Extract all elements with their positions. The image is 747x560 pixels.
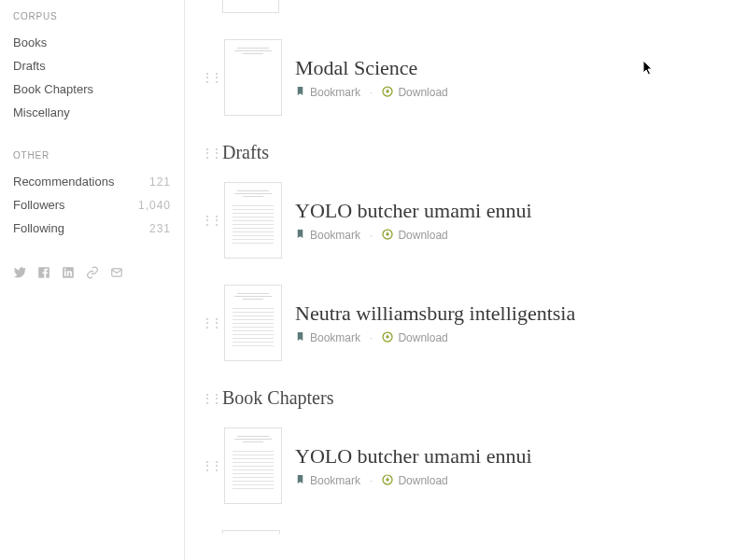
item-actions: Bookmark · Download [295, 229, 738, 243]
bookmark-action[interactable]: Bookmark [295, 86, 360, 99]
drag-handle-icon[interactable]: ⋮⋮ [202, 316, 211, 329]
thumbnail-partial [222, 530, 280, 534]
separator-dot: · [370, 86, 373, 99]
sidebar-item-following[interactable]: Following 231 [13, 217, 171, 240]
count-badge: 231 [149, 222, 171, 235]
item-title[interactable]: Neutra williamsburg intelligentsia [295, 301, 738, 326]
download-label: Download [398, 86, 447, 99]
sidebar: CORPUS Books Drafts Book Chapters Miscel… [0, 0, 185, 560]
twitter-icon[interactable] [13, 266, 26, 279]
link-icon[interactable] [86, 266, 99, 279]
sidebar-item-miscellany[interactable]: Miscellany [13, 101, 171, 124]
sidebar-item-label: Following [13, 221, 64, 235]
download-action[interactable]: Download [382, 331, 447, 345]
drafts-section-head: ⋮⋮ Drafts [202, 142, 738, 163]
facebook-icon[interactable] [37, 266, 50, 279]
item-row: ⋮⋮ YOLO butcher umami ennui Bookmark · D… [202, 427, 738, 504]
sidebar-item-label: Recommendations [13, 175, 114, 189]
sidebar-item-followers[interactable]: Followers 1,040 [13, 193, 171, 217]
item-row: ⋮⋮ YOLO butcher umami ennui Bookmark · D… [202, 182, 738, 259]
separator-dot: · [370, 474, 373, 487]
bookmark-icon [295, 331, 305, 344]
separator-dot: · [370, 229, 373, 242]
download-icon [382, 474, 393, 488]
linkedin-icon[interactable] [62, 266, 75, 279]
item-row: ⋮⋮ Neutra williamsburg intelligentsia Bo… [202, 285, 738, 361]
main-content: ⋮⋮ Modal Science Bookmark · Download [185, 0, 747, 560]
bookmark-action[interactable]: Bookmark [295, 229, 360, 242]
count-badge: 1,040 [138, 199, 171, 212]
item-title[interactable]: YOLO butcher umami ennui [295, 444, 738, 469]
section-title: Drafts [222, 142, 269, 163]
download-icon [382, 331, 393, 345]
download-label: Download [398, 331, 447, 344]
bookmark-action[interactable]: Bookmark [295, 474, 360, 487]
sidebar-corpus-section: CORPUS Books Drafts Book Chapters Miscel… [13, 11, 171, 124]
download-icon [382, 86, 393, 100]
item-title[interactable]: YOLO butcher umami ennui [295, 199, 738, 223]
corpus-heading: CORPUS [13, 11, 171, 21]
sidebar-item-recommendations[interactable]: Recommendations 121 [13, 170, 171, 193]
sidebar-item-label: Followers [13, 198, 65, 212]
other-heading: OTHER [13, 150, 171, 161]
sidebar-item-label: Miscellany [13, 105, 70, 119]
download-icon [382, 229, 393, 243]
download-action[interactable]: Download [382, 474, 447, 488]
download-action[interactable]: Download [382, 229, 447, 243]
item-actions: Bookmark · Download [295, 86, 738, 100]
count-badge: 121 [149, 175, 171, 189]
drag-handle-icon[interactable]: ⋮⋮ [202, 392, 211, 405]
separator-dot: · [370, 331, 373, 344]
bookmark-label: Bookmark [310, 331, 360, 344]
social-links [13, 266, 171, 279]
bookmark-action[interactable]: Bookmark [295, 331, 360, 344]
sidebar-item-label: Drafts [13, 59, 46, 73]
bookmark-label: Bookmark [310, 86, 360, 99]
drag-handle-icon[interactable]: ⋮⋮ [202, 71, 211, 84]
bookmark-icon [295, 86, 305, 99]
thumbnail[interactable] [224, 39, 282, 116]
download-label: Download [398, 474, 447, 487]
bookmark-label: Bookmark [310, 474, 360, 487]
sidebar-item-books[interactable]: Books [13, 31, 171, 54]
sidebar-other-section: OTHER Recommendations 121 Followers 1,04… [13, 150, 171, 240]
bookmark-icon [295, 229, 305, 242]
sidebar-item-label: Book Chapters [13, 82, 93, 96]
section-title: Book Chapters [222, 387, 333, 409]
drag-handle-icon[interactable]: ⋮⋮ [202, 147, 211, 160]
item-actions: Bookmark · Download [295, 474, 738, 488]
item-row: ⋮⋮ Modal Science Bookmark · Download [202, 39, 738, 116]
sidebar-item-drafts[interactable]: Drafts [13, 54, 171, 77]
download-action[interactable]: Download [382, 86, 447, 100]
item-title[interactable]: Modal Science [295, 56, 738, 80]
thumbnail-partial [222, 0, 279, 13]
drag-handle-icon[interactable]: ⋮⋮ [202, 459, 211, 472]
mail-icon[interactable] [110, 266, 123, 279]
bookmark-label: Bookmark [310, 229, 360, 242]
bookmark-icon [295, 474, 305, 487]
sidebar-item-label: Books [13, 35, 47, 49]
thumbnail[interactable] [224, 285, 282, 361]
download-label: Download [398, 229, 447, 242]
thumbnail[interactable] [224, 182, 282, 259]
item-actions: Bookmark · Download [295, 331, 738, 345]
sidebar-item-book-chapters[interactable]: Book Chapters [13, 77, 171, 101]
thumbnail[interactable] [224, 427, 282, 504]
drag-handle-icon[interactable]: ⋮⋮ [202, 214, 211, 227]
chapters-section-head: ⋮⋮ Book Chapters [202, 387, 738, 409]
